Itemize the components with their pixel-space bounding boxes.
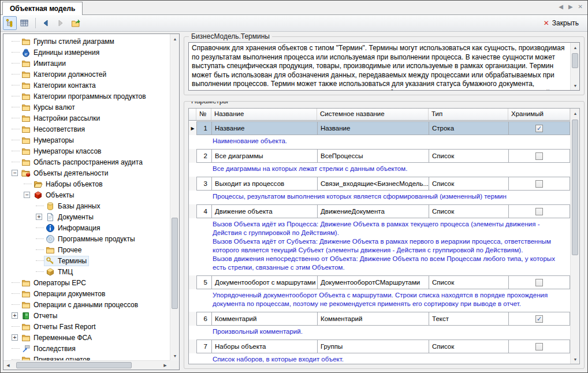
tree-item[interactable]: Категории программных продуктов	[3, 91, 170, 102]
tree-item[interactable]: Операции документов	[3, 288, 170, 299]
tree-connector	[12, 52, 20, 53]
scroll-down-icon[interactable]: ▼	[170, 351, 180, 360]
param-row[interactable]: 5Документооборот с маршрутамиДокументооб…	[189, 275, 570, 289]
params-vscroll-thumb[interactable]	[572, 120, 578, 255]
tree-view-button[interactable]	[3, 16, 17, 30]
tree-item[interactable]: +Документы	[3, 211, 170, 222]
tree-item[interactable]: Операции с данными процессов	[3, 299, 170, 310]
collapse-icon[interactable]: −	[24, 192, 30, 198]
tree-view-icon	[5, 18, 14, 28]
open-folder-button[interactable]	[69, 16, 83, 30]
folder-icon	[21, 59, 31, 68]
current-row-marker-icon: ▶	[191, 126, 194, 131]
tree-vertical-scrollbar[interactable]: ▲ ▼	[170, 34, 179, 360]
info-vertical-scrollbar[interactable]: ▲ ▼	[570, 43, 579, 90]
tree-item[interactable]: Категории должностей	[3, 69, 170, 80]
stored-checkbox[interactable]: ✓	[535, 315, 543, 323]
tree-connector	[36, 227, 44, 228]
collapse-icon[interactable]: −	[12, 170, 18, 176]
tab-object-model[interactable]: Объектная модель	[2, 2, 83, 15]
scroll-up-icon[interactable]: ▲	[571, 43, 580, 52]
tree-item[interactable]: Область распространения аудита	[3, 156, 170, 167]
tree-item[interactable]: Последствия	[3, 343, 170, 354]
tree-connector	[12, 326, 20, 327]
tab-close-icon[interactable]: ✕	[578, 3, 583, 10]
tree-item[interactable]: +Отчеты	[3, 310, 170, 321]
tree-item[interactable]: Привязки отчетов	[3, 354, 170, 360]
tree-item[interactable]: Программные продукты	[3, 233, 170, 244]
column-header-sysname[interactable]: Системное название	[317, 109, 429, 120]
tree-item[interactable]: Нумераторы классов	[3, 146, 170, 156]
app-window: Объектная модель ◀ ▶ ✕ ✕ Закрыть	[0, 0, 588, 373]
tree-item-label: Объекты деятельности	[34, 169, 108, 177]
param-row[interactable]: 7Наборы объектаГруппыСписок	[189, 340, 570, 353]
params-table: № Название Системное название Тип Храним…	[188, 108, 580, 364]
tree-item[interactable]: Операторы EPC	[3, 277, 170, 288]
param-row[interactable]: 6КомментарийКомментарийТекст✓	[189, 312, 570, 326]
tree-connector	[12, 107, 20, 107]
stored-checkbox[interactable]	[535, 180, 543, 188]
folder-icon	[21, 355, 31, 361]
tab-scroll-left-icon[interactable]: ◀	[559, 3, 563, 10]
param-row[interactable]: 4Движение объектаДвижениеДокументаСписок	[189, 204, 570, 218]
scroll-down-icon[interactable]: ▼	[571, 81, 580, 90]
scroll-right-icon[interactable]: ▶	[161, 361, 170, 370]
forward-button[interactable]	[54, 16, 68, 30]
column-header-name[interactable]: Название	[211, 109, 317, 120]
tree-item[interactable]: Наборы объектов	[3, 178, 170, 189]
tree-item[interactable]: Отчеты Fast Report	[3, 321, 170, 332]
tree-panel: Группы стилей диаграммкгЕдиницы измерени…	[3, 33, 180, 370]
expand-icon[interactable]: +	[36, 214, 42, 220]
tree-item[interactable]: Группы стилей диаграмм	[3, 36, 170, 47]
stored-checkbox[interactable]	[535, 152, 543, 160]
param-stored-cell	[508, 340, 570, 353]
tree-item[interactable]: Базы данных	[3, 200, 170, 211]
param-description: Вызов Объекта идёт из Процесса: Движение…	[189, 218, 570, 275]
tree-item[interactable]: Категории контакта	[3, 80, 170, 91]
expand-icon[interactable]: +	[12, 334, 18, 341]
tree-item[interactable]: −Объекты	[3, 189, 170, 200]
column-header-num[interactable]: №	[196, 109, 211, 120]
param-row[interactable]: ▶1НазваниеНазваниеСтрока✓	[189, 121, 570, 135]
tree-item[interactable]: ТМЦ	[3, 266, 170, 277]
tree-item[interactable]: кгЕдиницы измерения	[3, 47, 170, 58]
scroll-left-icon[interactable]: ◀	[3, 361, 13, 370]
tree-item[interactable]: +Переменные ФСА	[3, 332, 170, 343]
tree-vscroll-thumb[interactable]	[172, 218, 178, 309]
tree-item[interactable]: −Объекты деятельности	[3, 167, 170, 178]
tree-item[interactable]: Термины	[3, 255, 170, 266]
tree-item[interactable]: Курсы валют	[3, 102, 170, 113]
tree-item[interactable]: Нумераторы	[3, 135, 170, 146]
stored-checkbox[interactable]	[535, 208, 543, 215]
params-vertical-scrollbar[interactable]: ▲ ▼	[570, 109, 579, 364]
tree-item[interactable]: Настройки рассылки	[3, 113, 170, 124]
stored-checkbox[interactable]: ✓	[535, 125, 543, 132]
scroll-down-icon[interactable]: ▼	[571, 355, 580, 364]
table-view-button[interactable]	[18, 16, 32, 30]
param-row[interactable]: 3Выходит из процессовСвязи_входящие<Бизн…	[189, 177, 570, 191]
stored-checkbox[interactable]	[535, 279, 543, 286]
info-vscroll-thumb[interactable]	[572, 53, 578, 68]
tree-horizontal-scrollbar[interactable]: ◀ ▶	[3, 360, 170, 370]
scroll-up-icon[interactable]: ▲	[571, 109, 580, 118]
tree-item-label: Отчеты	[34, 312, 57, 320]
scroll-up-icon[interactable]: ▲	[170, 34, 180, 43]
column-header-stored[interactable]: Хранимый	[508, 109, 570, 120]
tree-connector	[12, 41, 20, 42]
tree-item[interactable]: Прочее	[3, 244, 170, 255]
expand-icon[interactable]: +	[12, 312, 18, 319]
tree-connector	[36, 206, 44, 206]
param-description: Все диаграммы на которых лежат стрелки с…	[189, 163, 570, 176]
tree-item[interactable]: Несоответствия	[3, 124, 170, 135]
param-row[interactable]: 2Все диаграммыВсеПроцессыСписок	[189, 149, 570, 163]
tree-item[interactable]: Информация	[3, 222, 170, 233]
tab-scroll-right-icon[interactable]: ▶	[568, 3, 573, 10]
column-header-type[interactable]: Тип	[429, 109, 508, 120]
document-icon	[46, 212, 55, 222]
tree-hscroll-thumb[interactable]	[16, 362, 132, 368]
stored-checkbox[interactable]	[535, 343, 543, 350]
close-button[interactable]: ✕ Закрыть	[539, 17, 583, 29]
tree-item-label: Переменные ФСА	[34, 334, 92, 342]
tree-item[interactable]: Имитации	[3, 58, 170, 69]
back-button[interactable]	[39, 16, 53, 30]
